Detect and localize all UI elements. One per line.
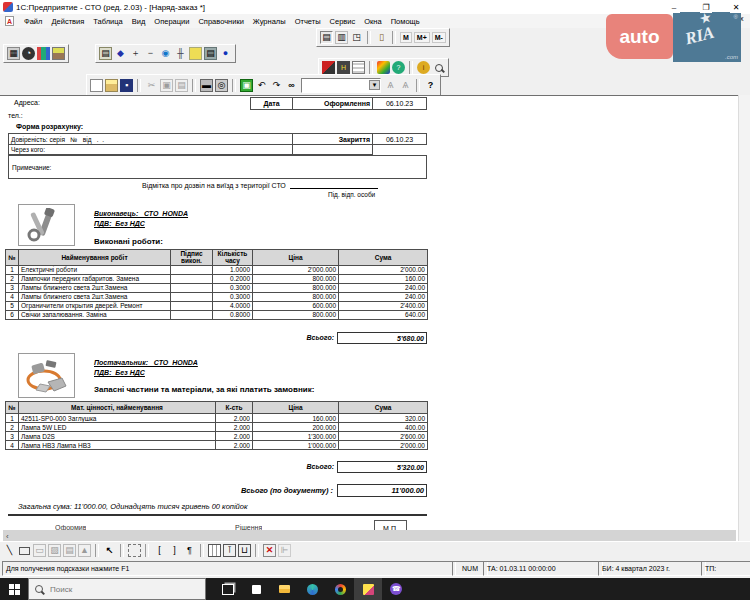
find-in-base-icon[interactable]: Н bbox=[337, 61, 350, 74]
format-marks-icon[interactable]: ¶ bbox=[183, 544, 196, 557]
table-footer-icon[interactable]: ⊔ bbox=[238, 544, 251, 557]
rect-tool-icon[interactable] bbox=[19, 547, 30, 555]
hide-grid-icon[interactable]: ⊩ bbox=[278, 544, 291, 557]
save-icon[interactable]: ▪ bbox=[120, 79, 133, 92]
documents-icon[interactable]: ▤ bbox=[99, 47, 112, 60]
card-file-icon[interactable]: ▤ bbox=[204, 47, 217, 60]
google-icon bbox=[335, 584, 346, 595]
report-icon[interactable]: ▦ bbox=[7, 47, 20, 60]
text-tool-icon[interactable]: ▤ bbox=[63, 544, 76, 557]
note-icon[interactable] bbox=[189, 47, 202, 60]
memory-mminus-button[interactable]: М- bbox=[432, 32, 446, 43]
google-button[interactable] bbox=[326, 578, 354, 600]
menu-reports[interactable]: Отчеты bbox=[295, 17, 321, 26]
colored-table-icon[interactable] bbox=[37, 47, 50, 60]
delete-table-icon[interactable]: ✕ bbox=[263, 544, 276, 557]
view-document-icon[interactable]: ◉ bbox=[159, 47, 172, 60]
parts-title: Запасні частини та матеріали, за які пла… bbox=[94, 385, 314, 394]
monitor-icon[interactable]: ▤ bbox=[320, 31, 333, 44]
menu-table[interactable]: Таблица bbox=[93, 17, 122, 26]
edge-button[interactable] bbox=[298, 578, 326, 600]
table-grid-icon[interactable] bbox=[208, 544, 221, 557]
reference-book-icon[interactable]: ◆ bbox=[114, 47, 127, 60]
store-button[interactable] bbox=[242, 578, 270, 600]
search-icon bbox=[35, 585, 43, 593]
column-icon[interactable]: ╫ bbox=[174, 47, 187, 60]
table-header-icon[interactable]: ⊺ bbox=[223, 544, 236, 557]
chevron-down-icon[interactable]: ▾ bbox=[369, 80, 380, 90]
delete-row-icon[interactable]: − bbox=[144, 47, 157, 60]
open-icon[interactable] bbox=[105, 79, 118, 92]
menu-windows[interactable]: Окна bbox=[364, 17, 381, 26]
table-cell: 800.000 bbox=[253, 310, 339, 319]
clock-icon[interactable]: ◔ bbox=[22, 47, 35, 60]
watermark-auto-block: auto bbox=[606, 14, 673, 59]
refresh-icon[interactable]: ▣ bbox=[240, 79, 253, 92]
search-combobox[interactable]: ▾ bbox=[301, 78, 381, 93]
menu-actions[interactable]: Действия bbox=[51, 17, 84, 26]
dashed-area-icon[interactable] bbox=[128, 544, 141, 557]
table-cell: 800.000 bbox=[253, 283, 339, 292]
add-row-icon[interactable]: ＋ bbox=[129, 47, 142, 60]
syntax-helper-icon[interactable] bbox=[377, 61, 390, 74]
menu-journals[interactable]: Журналы bbox=[253, 17, 286, 26]
copy-icon[interactable]: ▣ bbox=[160, 79, 173, 92]
print-preview-icon[interactable]: ◎ bbox=[215, 79, 228, 92]
separator bbox=[95, 544, 99, 557]
new-icon[interactable] bbox=[90, 79, 103, 92]
separator bbox=[369, 61, 373, 74]
help-icon[interactable]: ? bbox=[424, 79, 437, 92]
restore-button[interactable]: ❐ bbox=[700, 2, 712, 13]
ellipse-tool-icon[interactable]: ▭ bbox=[33, 544, 46, 557]
find-prev-icon[interactable]: Ѧ bbox=[399, 79, 412, 92]
menu-help[interactable]: Помощь bbox=[391, 17, 420, 26]
sheet-settings-icon[interactable]: ◳ bbox=[350, 31, 363, 44]
picture-icon[interactable] bbox=[52, 47, 65, 60]
book-icon[interactable]: ▯ bbox=[375, 31, 388, 44]
print-icon[interactable]: ▬ bbox=[200, 79, 213, 92]
menu-view[interactable]: Вид bbox=[132, 17, 146, 26]
task-view-button[interactable] bbox=[214, 578, 242, 600]
cut-icon[interactable]: ✂ bbox=[145, 79, 158, 92]
fix-window-icon[interactable]: ▥ bbox=[335, 31, 348, 44]
1c-app-button[interactable] bbox=[354, 578, 382, 600]
memory-m-button[interactable]: М bbox=[400, 32, 412, 43]
vertical-scrollbar[interactable]: ˄ ˅ bbox=[738, 95, 750, 541]
table-cell: Ограничители открытия дверей. Ремонт bbox=[19, 301, 171, 310]
section-close-icon[interactable]: ] bbox=[168, 544, 181, 557]
supplier-label: Постачальник: СТО HONDA bbox=[94, 359, 198, 366]
table-cell: 2 bbox=[6, 274, 19, 283]
viber-button[interactable]: ☎ bbox=[382, 578, 410, 600]
undo-icon[interactable]: ↶ bbox=[255, 79, 268, 92]
menu-references[interactable]: Справочники bbox=[198, 17, 243, 26]
globe-help-icon[interactable]: ? bbox=[392, 61, 405, 74]
scroll-left-icon[interactable]: ‹ bbox=[6, 532, 9, 541]
menu-service[interactable]: Сервис bbox=[330, 17, 356, 26]
redo-icon[interactable]: ↷ bbox=[270, 79, 283, 92]
section-open-icon[interactable]: [ bbox=[153, 544, 166, 557]
memory-mplus-button[interactable]: М+ bbox=[414, 32, 430, 43]
table-cell: 3 bbox=[6, 432, 19, 441]
close-button[interactable]: ✕ bbox=[730, 2, 742, 13]
menu-file[interactable]: Файл bbox=[24, 17, 42, 26]
file-explorer-button[interactable] bbox=[270, 578, 298, 600]
select-cursor-icon[interactable]: ↖ bbox=[103, 544, 116, 557]
taskbar-search[interactable] bbox=[28, 578, 206, 600]
parts-col-num: № bbox=[6, 402, 19, 414]
exit-icon[interactable] bbox=[322, 61, 335, 74]
menu-operations[interactable]: Операции bbox=[154, 17, 189, 26]
line-tool-icon[interactable]: ╲ bbox=[3, 544, 16, 557]
start-button[interactable] bbox=[0, 578, 28, 600]
table-cell: 2.000 bbox=[216, 432, 253, 441]
minimize-button[interactable]: – bbox=[668, 2, 680, 13]
find-icon[interactable]: ∞ bbox=[285, 79, 298, 92]
table-view-icon[interactable] bbox=[352, 61, 365, 74]
search-input[interactable] bbox=[48, 584, 182, 595]
paste-icon[interactable]: ▤ bbox=[175, 79, 188, 92]
chart-tool-icon[interactable]: ▲ bbox=[78, 544, 91, 557]
find-next-icon[interactable]: Ѧ bbox=[384, 79, 397, 92]
zoom-icon[interactable] bbox=[432, 61, 445, 74]
portfolio-icon[interactable]: ● bbox=[219, 47, 232, 60]
about-icon[interactable]: i bbox=[417, 61, 430, 74]
picture-tool-icon[interactable]: ▨ bbox=[48, 544, 61, 557]
